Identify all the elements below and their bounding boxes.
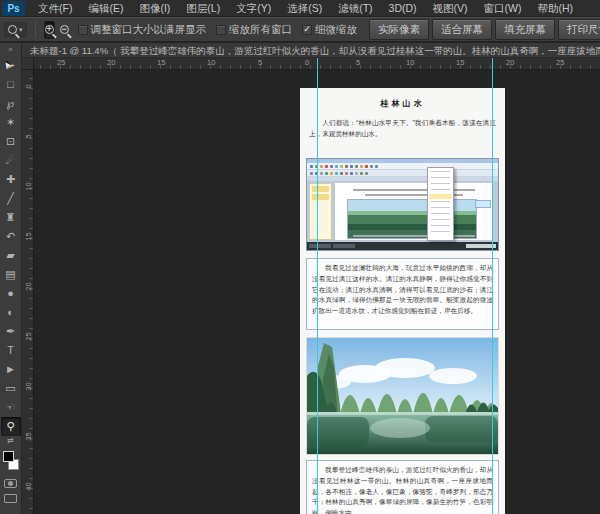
actual-pixels-button[interactable]: 实际像素 [369, 19, 429, 40]
tool-icon: ⚲ [6, 421, 14, 432]
tool-icon: ▤ [5, 269, 15, 280]
layer-menu[interactable]: 图层(L) [178, 0, 228, 17]
toolbar-icon [330, 165, 333, 168]
tool-icon: ☄ [6, 155, 16, 166]
toolbar-icon [340, 172, 343, 175]
scrubby-zoom-checkbox[interactable]: ✓ 细微缩放 [302, 23, 357, 37]
blur-tool[interactable]: ● [1, 284, 21, 303]
view-menu[interactable]: 视图(V) [425, 0, 476, 17]
quick-mask-button[interactable] [4, 479, 17, 488]
hand-tool[interactable]: ☜ [1, 398, 21, 417]
eraser-tool[interactable]: ▰ [1, 246, 21, 265]
toolbar-icon [370, 165, 373, 168]
guide-ruler-mark [492, 58, 493, 70]
ruler-label: 30 [24, 381, 33, 393]
select-menu[interactable]: 选择(S) [279, 0, 330, 17]
tool-icon: ✶ [6, 117, 15, 128]
color-swatches [0, 448, 22, 474]
vertical-guide[interactable] [492, 70, 493, 514]
tool-icon: ↶ [6, 231, 15, 242]
vertical-guide[interactable] [317, 70, 318, 514]
doc-paragraph-3: 我攀登过峰峦雄伟的泰山，游览过红叶似火的香山，却从没看见过桂林这一带的山。桂林的… [306, 460, 499, 514]
screen-mode-button[interactable] [4, 494, 17, 503]
zoom-tool-preset[interactable]: ▾ [4, 22, 27, 37]
fit-screen-button[interactable]: 适合屏幕 [432, 19, 492, 40]
fill-screen-button[interactable]: 填充屏幕 [495, 19, 555, 40]
shape-tool[interactable]: ▭ [1, 379, 21, 398]
toolbar-icon [335, 165, 338, 168]
ruler-label: 35 [24, 431, 33, 443]
checkbox-icon [78, 25, 88, 35]
tool-icon: ℘ [7, 98, 15, 109]
checkbox-label: 调整窗口大小以满屏显示 [91, 23, 207, 37]
toolbar-icon [345, 172, 348, 175]
help-menu[interactable]: 帮助(H) [530, 0, 582, 17]
eyedropper-tool[interactable]: ☄ [1, 151, 21, 170]
zoom-tool[interactable]: ⚲ [1, 417, 21, 436]
ruler-label: 5 [356, 58, 360, 67]
divider [35, 22, 36, 38]
type-tool[interactable]: T [1, 341, 21, 360]
guide-ruler-mark [317, 58, 318, 70]
ruler-label: 20 [107, 58, 115, 67]
document-tab[interactable]: 未标题-1 @ 11.4%（ 我攀登过峰峦雄伟的泰山，游览过红叶似火的香山，却从… [0, 43, 600, 58]
crop-tool[interactable]: ⊡ [1, 132, 21, 151]
toolbar-icon [320, 172, 323, 175]
ruler-label: 10 [207, 58, 215, 67]
embedded-toolbar-row1 [307, 163, 498, 170]
ruler-label: 25 [57, 58, 65, 67]
path-selection-tool[interactable]: ► [1, 360, 21, 379]
resize-windows-to-fit-checkbox[interactable]: 调整窗口大小以满屏显示 [78, 23, 207, 37]
toolbar-icon [335, 172, 338, 175]
file-menu[interactable]: 文件(F) [30, 0, 80, 17]
embedded-doc-body [307, 181, 498, 242]
menu-bar: Ps 文件(F) 编辑(E) 图像(I) 图层(L) 文字(Y) 选择(S) 滤… [0, 0, 600, 17]
lasso-tool[interactable]: ℘ [1, 94, 21, 113]
swap-colors-icon[interactable]: ⇄ [7, 436, 14, 448]
toolbar-icon [355, 172, 358, 175]
type-menu[interactable]: 文字(Y) [228, 0, 279, 17]
toolbar-icon [350, 172, 353, 175]
image-menu[interactable]: 图像(I) [131, 0, 178, 17]
collapse-panel-icon[interactable]: » [8, 43, 12, 56]
pen-tool[interactable]: ✒ [1, 322, 21, 341]
history-brush-tool[interactable]: ↶ [1, 227, 21, 246]
embedded-blue-tag [475, 200, 491, 208]
options-bar: ▾ + − 调整窗口大小以满屏显示 缩放所有窗口 ✓ [0, 17, 600, 42]
dodge-tool[interactable]: ◐ [1, 303, 21, 322]
ruler-corner [22, 58, 34, 70]
toolbar-icon [320, 165, 323, 168]
foreground-color-swatch[interactable] [3, 451, 14, 462]
embedded-doc-page [335, 183, 493, 240]
toolbar-icon [345, 165, 348, 168]
quick-selection-tool[interactable]: ✶ [1, 113, 21, 132]
document-canvas[interactable]: 桂林山水 人们都说：“桂林山水甲天下。”我们乘着木船，荡漾在漓江上，来观赏桂林的… [300, 88, 505, 514]
toolbar-icon [330, 172, 333, 175]
tool-icon: ► [5, 364, 16, 375]
rectangular-marquee-tool[interactable]: □ [1, 75, 21, 94]
gradient-tool[interactable]: ▤ [1, 265, 21, 284]
zoom-in-button[interactable]: + [44, 21, 55, 39]
edit-menu[interactable]: 编辑(E) [80, 0, 131, 17]
toolbar-icon [310, 172, 313, 175]
horizontal-ruler[interactable]: 25 20 15 10 5 0 5 10 15 20 25 [0, 58, 600, 70]
ruler-label: 10 [24, 181, 33, 193]
3d-menu[interactable]: 3D(D) [381, 0, 425, 17]
toolbar-icon [325, 165, 328, 168]
zoom-all-windows-checkbox[interactable]: 缩放所有窗口 [216, 23, 292, 37]
healing-brush-tool[interactable]: ✚ [1, 170, 21, 189]
clone-stamp-tool[interactable]: ♜ [1, 208, 21, 227]
guilin-photo [306, 337, 499, 455]
chevron-down-icon: ▾ [19, 26, 23, 34]
brush-tool[interactable]: ╱ [1, 189, 21, 208]
window-menu[interactable]: 窗口(W) [476, 0, 530, 17]
zoom-out-button[interactable]: − [60, 21, 69, 39]
embedded-styles-pane [309, 183, 332, 240]
ruler-label: 15 [157, 58, 165, 67]
checkbox-label: 细微缩放 [315, 23, 357, 37]
checkbox-icon: ✓ [302, 25, 312, 35]
toolbar-icon [350, 165, 353, 168]
filter-menu[interactable]: 滤镜(T) [330, 0, 380, 17]
embedded-taskbar [307, 242, 498, 250]
print-size-button[interactable]: 打印尺寸 [558, 19, 600, 40]
